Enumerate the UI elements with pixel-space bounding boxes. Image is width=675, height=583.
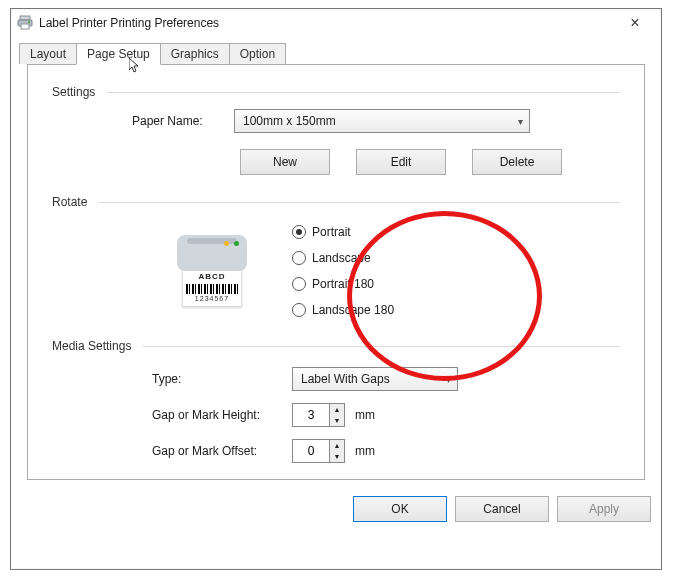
rotate-label: Rotate xyxy=(52,195,87,209)
radio-label: Landscape 180 xyxy=(312,303,394,317)
printing-preferences-dialog: Label Printer Printing Preferences × Lay… xyxy=(10,8,662,570)
unit-label: mm xyxy=(355,408,375,422)
tab-layout[interactable]: Layout xyxy=(19,43,77,64)
printer-body xyxy=(177,235,247,271)
paper-button-row: New Edit Delete xyxy=(52,149,620,175)
radio-portrait[interactable]: Portrait xyxy=(292,225,394,239)
spinner-arrows[interactable]: ▲ ▼ xyxy=(329,440,344,462)
spinner-up-icon[interactable]: ▲ xyxy=(330,404,344,415)
printer-preview: ABCD 1234567 xyxy=(172,235,252,307)
radio-dot-icon xyxy=(292,251,306,265)
tab-label: Page Setup xyxy=(87,47,150,61)
tab-graphics[interactable]: Graphics xyxy=(160,43,230,64)
led-green-icon xyxy=(234,241,239,246)
window-title: Label Printer Printing Preferences xyxy=(39,16,615,30)
gap-offset-value[interactable] xyxy=(293,440,329,462)
gap-height-row: Gap or Mark Height: ▲ ▼ mm xyxy=(152,403,620,427)
rotate-block: ABCD 1234567 Portrait Landscape xyxy=(52,225,620,317)
delete-button[interactable]: Delete xyxy=(472,149,562,175)
gap-offset-label: Gap or Mark Offset: xyxy=(152,444,292,458)
gap-offset-row: Gap or Mark Offset: ▲ ▼ mm xyxy=(152,439,620,463)
svg-rect-0 xyxy=(20,16,30,20)
divider xyxy=(99,202,620,203)
apply-button[interactable]: Apply xyxy=(557,496,651,522)
preview-text: ABCD xyxy=(186,273,238,281)
media-type-value: Label With Gaps xyxy=(301,372,390,386)
radio-label: Portrait 180 xyxy=(312,277,374,291)
media-type-select[interactable]: Label With Gaps ▾ xyxy=(292,367,458,391)
svg-rect-2 xyxy=(21,24,29,29)
titlebar: Label Printer Printing Preferences × xyxy=(11,9,661,37)
settings-label: Settings xyxy=(52,85,95,99)
new-button[interactable]: New xyxy=(240,149,330,175)
gap-height-label: Gap or Mark Height: xyxy=(152,408,292,422)
spinner-arrows[interactable]: ▲ ▼ xyxy=(329,404,344,426)
cancel-button[interactable]: Cancel xyxy=(455,496,549,522)
led-amber-icon xyxy=(224,241,229,246)
section-header-rotate: Rotate xyxy=(52,195,620,209)
radio-dot-icon xyxy=(292,277,306,291)
radio-portrait-180[interactable]: Portrait 180 xyxy=(292,277,394,291)
barcode-icon xyxy=(186,284,238,294)
orientation-radio-group: Portrait Landscape Portrait 180 Landscap… xyxy=(292,225,394,317)
chevron-down-icon: ▾ xyxy=(446,374,451,385)
radio-label: Landscape xyxy=(312,251,371,265)
radio-landscape[interactable]: Landscape xyxy=(292,251,394,265)
gap-offset-input[interactable]: ▲ ▼ xyxy=(292,439,345,463)
tab-page-setup[interactable]: Page Setup xyxy=(76,43,161,65)
svg-point-3 xyxy=(28,21,30,23)
paper-name-label: Paper Name: xyxy=(132,114,222,128)
radio-landscape-180[interactable]: Landscape 180 xyxy=(292,303,394,317)
preview-numbers: 1234567 xyxy=(186,295,238,302)
printer-icon xyxy=(17,15,33,31)
spinner-down-icon[interactable]: ▼ xyxy=(330,415,344,426)
divider xyxy=(107,92,620,93)
section-header-settings: Settings xyxy=(52,85,620,99)
paper-name-select[interactable]: 100mm x 150mm ▾ xyxy=(234,109,530,133)
ok-button[interactable]: OK xyxy=(353,496,447,522)
spinner-down-icon[interactable]: ▼ xyxy=(330,451,344,462)
radio-dot-icon xyxy=(292,303,306,317)
divider xyxy=(143,346,620,347)
close-button[interactable]: × xyxy=(615,14,655,32)
tabs: Layout Page Setup Graphics Option xyxy=(19,43,653,64)
media-type-label: Type: xyxy=(152,372,292,386)
radio-dot-icon xyxy=(292,225,306,239)
paper-name-value: 100mm x 150mm xyxy=(243,114,336,128)
edit-button[interactable]: Edit xyxy=(356,149,446,175)
spinner-up-icon[interactable]: ▲ xyxy=(330,440,344,451)
section-header-media: Media Settings xyxy=(52,339,620,353)
radio-label: Portrait xyxy=(312,225,351,239)
gap-height-input[interactable]: ▲ ▼ xyxy=(292,403,345,427)
tab-option[interactable]: Option xyxy=(229,43,286,64)
tabs-container: Layout Page Setup Graphics Option Settin… xyxy=(11,37,661,488)
chevron-down-icon: ▾ xyxy=(518,116,523,127)
media-rows: Type: Label With Gaps ▾ Gap or Mark Heig… xyxy=(52,367,620,463)
dialog-button-bar: OK Cancel Apply xyxy=(11,488,661,532)
media-settings-label: Media Settings xyxy=(52,339,131,353)
label-preview: ABCD 1234567 xyxy=(182,269,242,307)
gap-height-value[interactable] xyxy=(293,404,329,426)
media-type-row: Type: Label With Gaps ▾ xyxy=(152,367,620,391)
paper-name-row: Paper Name: 100mm x 150mm ▾ xyxy=(52,109,620,133)
unit-label: mm xyxy=(355,444,375,458)
page-setup-panel: Settings Paper Name: 100mm x 150mm ▾ New… xyxy=(27,64,645,480)
